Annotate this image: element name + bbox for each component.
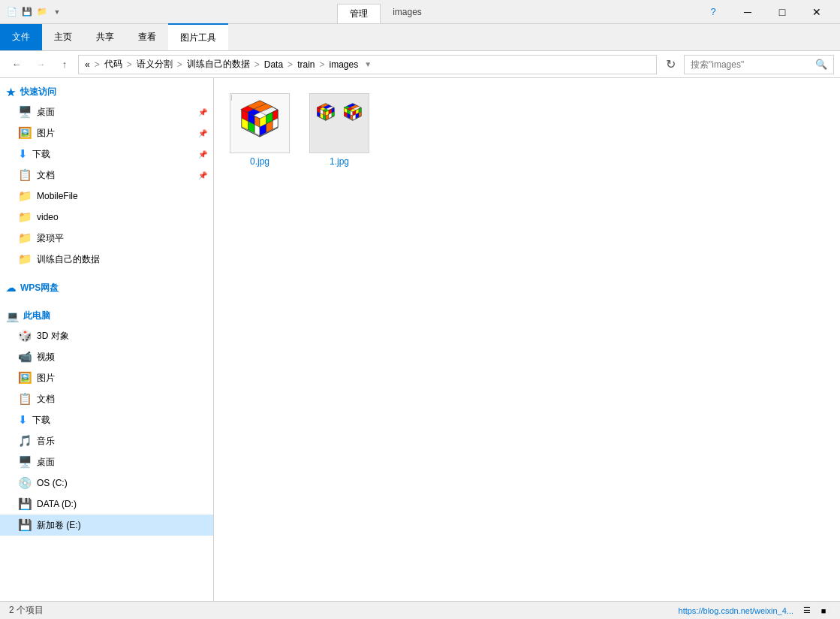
path-root: « (85, 59, 90, 70)
sidebar-item-mobilefile[interactable]: 📁 MobileFile (0, 186, 213, 207)
file-count: 2 个项目 (9, 604, 44, 617)
file-grid: 0.jpg (226, 90, 828, 170)
address-path[interactable]: « > 代码 > 语义分割 > 训练自己的数据 > Data > train >… (78, 55, 657, 74)
music-icon: 🎵 (18, 434, 32, 448)
sidebar-item-liang[interactable]: 📁 梁琐平 (0, 228, 213, 249)
sidebar-item-3d[interactable]: 🎲 3D 对象 (0, 325, 213, 346)
sidebar-label-mobilefile: MobileFile (37, 191, 78, 201)
file-item-0[interactable]: 0.jpg (226, 90, 294, 170)
minimize-button[interactable]: ─ (730, 0, 765, 24)
menu-home[interactable]: 主页 (42, 24, 84, 50)
title-bar-icons: 📄 💾 📁 ▼ (6, 6, 63, 18)
pin-icon2: 📌 (198, 129, 207, 137)
sidebar-label-traindata: 训练自己的数据 (37, 253, 100, 266)
c-drive-icon: 💿 (18, 476, 32, 490)
up-button[interactable]: ↑ (54, 55, 75, 74)
content-area: 0.jpg (214, 78, 840, 601)
sidebar-label-music: 音乐 (37, 435, 55, 448)
menu-share[interactable]: 共享 (84, 24, 126, 50)
sidebar-item-videos2[interactable]: 📹 视频 (0, 346, 213, 367)
pin-icon4: 📌 (198, 171, 207, 180)
list-view-button[interactable]: ☰ (799, 603, 814, 618)
videos-icon2: 📹 (18, 350, 32, 364)
window-controls: ? ─ □ ✕ (696, 0, 834, 24)
sidebar-item-e[interactable]: 💾 新加卷 (E:) (0, 515, 213, 536)
sidebar-item-docs2[interactable]: 📋 文档 (0, 388, 213, 409)
search-box[interactable]: 🔍 (684, 55, 834, 74)
sidebar-item-video[interactable]: 📁 video (0, 207, 213, 228)
mobilefile-icon: 📁 (18, 189, 32, 203)
rubiks-cube-svg-1 (311, 95, 368, 152)
search-icon: 🔍 (815, 59, 827, 70)
pc-section: 💻 此电脑 🎲 3D 对象 📹 视频 🖼️ 图片 📋 文档 ⬇ 下载 (0, 302, 213, 540)
sidebar-label-video: video (37, 212, 59, 222)
path-sep1: > (95, 59, 100, 70)
path-images: images (329, 59, 358, 70)
sidebar-label-downloads1: 下载 (32, 148, 50, 161)
sidebar-label-docs1: 文档 (37, 169, 55, 182)
sidebar-item-docs1[interactable]: 📋 文档 📌 (0, 165, 213, 186)
sidebar-label-d: DATA (D:) (37, 499, 77, 509)
d-drive-icon: 💾 (18, 497, 32, 511)
video-icon: 📁 (18, 210, 32, 224)
path-code: 代码 (104, 58, 122, 71)
menu-picture-tools[interactable]: 图片工具 (168, 23, 228, 50)
search-input[interactable] (691, 59, 815, 70)
sidebar-label-downloads2: 下载 (32, 414, 50, 427)
sidebar-item-c[interactable]: 💿 OS (C:) (0, 473, 213, 494)
sidebar-item-desktop2[interactable]: 🖥️ 桌面 (0, 451, 213, 473)
save-icon: 💾 (21, 6, 33, 18)
sidebar-item-music[interactable]: 🎵 音乐 (0, 430, 213, 451)
e-drive-icon: 💾 (18, 518, 32, 532)
dropdown-icon[interactable]: ▼ (51, 6, 63, 18)
quick-access-star: ★ (6, 86, 16, 98)
file-thumbnail-1 (309, 93, 369, 153)
sidebar-item-pictures2[interactable]: 🖼️ 图片 (0, 367, 213, 388)
menu-view[interactable]: 查看 (126, 24, 168, 50)
sidebar-label-3d: 3D 对象 (37, 330, 69, 343)
sidebar-item-desktop1[interactable]: 🖥️ 桌面 📌 (0, 101, 213, 122)
doc-icon: 📄 (6, 6, 18, 18)
refresh-button[interactable]: ↻ (660, 55, 681, 74)
main-layout: ★ 快速访问 🖥️ 桌面 📌 🖼️ 图片 📌 ⬇ 下载 📌 📋 文档 (0, 78, 840, 601)
sidebar-item-downloads1[interactable]: ⬇ 下载 📌 (0, 143, 213, 165)
quick-access-section: ★ 快速访问 🖥️ 桌面 📌 🖼️ 图片 📌 ⬇ 下载 📌 📋 文档 (0, 78, 213, 274)
file-name-0: 0.jpg (250, 156, 269, 167)
window-title: images (393, 7, 422, 17)
grid-view-button[interactable]: ■ (816, 603, 831, 618)
wps-header: ☁ WPS网盘 (0, 279, 213, 297)
close-button[interactable]: ✕ (799, 0, 834, 24)
file-thumbnail-0 (230, 93, 290, 153)
liang-icon: 📁 (18, 231, 32, 245)
menu-file[interactable]: 文件 (0, 24, 42, 50)
help-button[interactable]: ? (696, 0, 730, 24)
wps-section: ☁ WPS网盘 (0, 274, 213, 302)
rubiks-cube-svg-0 (231, 95, 288, 152)
status-right: https://blog.csdn.net/weixin_4... ☰ ■ (679, 603, 831, 618)
pictures-icon1: 🖼️ (18, 126, 32, 140)
sidebar-item-pictures1[interactable]: 🖼️ 图片 📌 (0, 122, 213, 143)
path-train: train (297, 59, 315, 70)
sidebar-label-docs2: 文档 (37, 393, 55, 406)
path-data: Data (264, 59, 283, 70)
forward-button[interactable]: → (30, 55, 51, 74)
active-ribbon-tab[interactable]: 管理 (337, 4, 381, 23)
file-item-1[interactable]: 1.jpg (306, 90, 373, 170)
sidebar-label-desktop1: 桌面 (37, 106, 55, 119)
downloads-icon1: ⬇ (18, 147, 28, 161)
sidebar-label-videos2: 视频 (37, 351, 55, 364)
path-dropdown-icon[interactable]: ▼ (364, 60, 372, 68)
pin-icon3: 📌 (198, 150, 207, 159)
back-button[interactable]: ← (6, 55, 27, 74)
wps-label: WPS网盘 (20, 282, 59, 294)
status-bar: 2 个项目 https://blog.csdn.net/weixin_4... … (0, 601, 840, 619)
sidebar-item-d[interactable]: 💾 DATA (D:) (0, 494, 213, 515)
sidebar-item-downloads2[interactable]: ⬇ 下载 (0, 409, 213, 430)
maximize-button[interactable]: □ (765, 0, 799, 24)
title-bar: 📄 💾 📁 ▼ 管理 images ? ─ □ ✕ (0, 0, 840, 24)
pc-icon: 💻 (6, 310, 19, 322)
pc-label: 此电脑 (23, 310, 50, 322)
sidebar-label-pictures1: 图片 (37, 127, 55, 140)
sidebar-item-traindata[interactable]: 📁 训练自己的数据 (0, 249, 213, 270)
path-semantic: 语义分割 (137, 58, 173, 71)
